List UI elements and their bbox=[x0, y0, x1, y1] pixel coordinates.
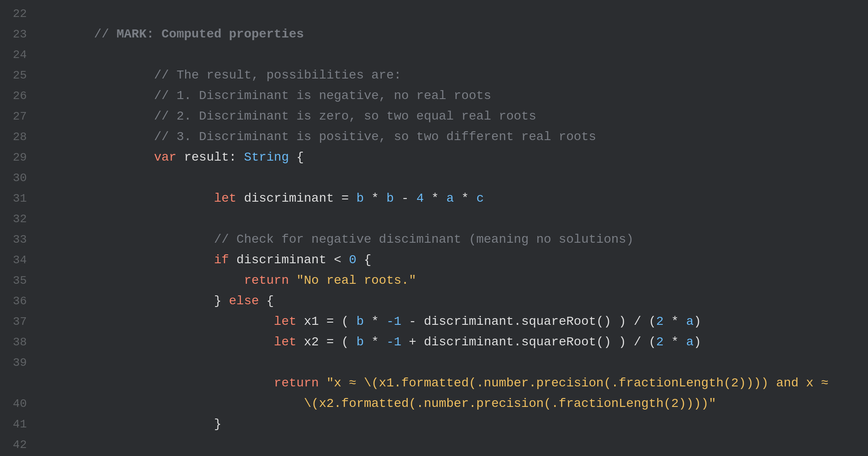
code-line-30: let discriminant = b * b - 4 * a * c bbox=[49, 168, 868, 188]
minus-36: - bbox=[401, 315, 424, 328]
paren-37: ) bbox=[694, 335, 701, 349]
var-b-1: b bbox=[356, 191, 364, 205]
line-num-35: 35 bbox=[0, 270, 27, 291]
line-num-37: 37 bbox=[0, 311, 27, 332]
code-line-32: // Check for negative disciminant (meani… bbox=[49, 209, 868, 229]
method-36: .squareRoot() ) / ( bbox=[514, 315, 656, 328]
indent-35 bbox=[94, 294, 214, 308]
comment-25: // 1. Discriminant is negative, no real … bbox=[154, 89, 491, 103]
comment-mark: // MARK: Computed properties bbox=[94, 27, 304, 41]
line-num-22: 22 bbox=[0, 4, 27, 24]
line-num-28: 28 bbox=[0, 127, 27, 147]
num-4: 4 bbox=[416, 191, 424, 205]
num-neg1-36: -1 bbox=[386, 315, 401, 328]
eq-37: = ( bbox=[319, 335, 356, 349]
kw-return-34: return bbox=[244, 274, 297, 287]
op-mul-2: * bbox=[424, 191, 446, 205]
code-line-24: // The result, possibilities are: bbox=[49, 45, 868, 65]
close-brace-35: } bbox=[214, 294, 229, 308]
indent-26 bbox=[94, 109, 154, 123]
line-num-30: 30 bbox=[0, 168, 27, 188]
line-num-25: 25 bbox=[0, 65, 27, 86]
code-editor: 22 23 24 25 26 27 28 29 30 31 32 33 34 3… bbox=[0, 0, 868, 456]
indent-30 bbox=[94, 191, 214, 205]
line-num-42: 42 bbox=[0, 435, 27, 455]
ident-result: result bbox=[184, 150, 229, 164]
ident-disc-37: discriminant bbox=[424, 335, 514, 349]
kw-return-39: return bbox=[274, 376, 327, 390]
string-39b: \(x2.formatted(.number.precision(.fracti… bbox=[304, 397, 716, 410]
mul-36: * bbox=[364, 315, 386, 328]
line-num-24: 24 bbox=[0, 45, 27, 65]
mul-37: * bbox=[364, 335, 386, 349]
op-mul-1: * bbox=[364, 191, 386, 205]
paren-36: ) bbox=[694, 315, 701, 328]
line-numbers: 22 23 24 25 26 27 28 29 30 31 32 33 34 3… bbox=[0, 0, 36, 456]
comment-26: // 2. Discriminant is zero, so two equal… bbox=[154, 109, 536, 123]
code-line-42: } bbox=[49, 435, 868, 455]
open-brace-35: { bbox=[259, 294, 274, 308]
method-37: .squareRoot() ) / ( bbox=[514, 335, 656, 349]
var-a-37: a bbox=[686, 335, 694, 349]
line-num-33: 33 bbox=[0, 229, 27, 250]
kw-let-37: let bbox=[274, 335, 304, 349]
ident-discriminant-30: discriminant bbox=[244, 191, 334, 205]
indent-32 bbox=[94, 232, 214, 246]
line-num-26: 26 bbox=[0, 86, 27, 106]
line-num-41: 41 bbox=[0, 414, 27, 435]
brace-28: { bbox=[289, 150, 304, 164]
indent-36 bbox=[94, 315, 274, 328]
brace-33: { bbox=[356, 253, 372, 267]
var-a: a bbox=[446, 191, 454, 205]
kw-if: if bbox=[214, 253, 236, 267]
var-b-36: b bbox=[356, 315, 364, 328]
comment-24: // The result, possibilities are: bbox=[154, 68, 401, 82]
line-num-39b bbox=[0, 373, 27, 394]
colon-28: : bbox=[229, 150, 244, 164]
num-2-36: 2 bbox=[656, 315, 664, 328]
code-content: // MARK: Computed properties // The resu… bbox=[36, 0, 868, 456]
op-mul-3: * bbox=[454, 191, 476, 205]
comment-27: // 3. Discriminant is positive, so two d… bbox=[154, 130, 596, 144]
var-c: c bbox=[476, 191, 484, 205]
code-line-22: // MARK: Computed properties bbox=[49, 4, 868, 24]
num-neg1-37: -1 bbox=[386, 335, 401, 349]
indent-25 bbox=[94, 89, 154, 103]
string-no-real: "No real roots." bbox=[297, 274, 417, 287]
plus-37: + bbox=[401, 335, 424, 349]
line-num-27: 27 bbox=[0, 106, 27, 127]
line-num-34: 34 bbox=[0, 250, 27, 270]
line-num-36: 36 bbox=[0, 291, 27, 311]
indent-28 bbox=[94, 150, 154, 164]
ident-discriminant-33: discriminant bbox=[236, 253, 327, 267]
indent-33 bbox=[94, 253, 214, 267]
kw-let-36: let bbox=[274, 315, 304, 328]
eq-36: = ( bbox=[319, 315, 356, 328]
indent-37 bbox=[94, 335, 274, 349]
line-num-40: 40 bbox=[0, 394, 27, 414]
kw-let-30: let bbox=[214, 191, 244, 205]
type-string: String bbox=[244, 150, 289, 164]
ident-x1: x1 bbox=[304, 315, 319, 328]
comment-32: // Check for negative disciminant (meani… bbox=[214, 232, 634, 246]
op-minus: - bbox=[394, 191, 416, 205]
kw-else: else bbox=[229, 294, 259, 308]
var-b-2: b bbox=[386, 191, 394, 205]
indent-34 bbox=[94, 274, 244, 287]
string-39: "x ≈ \(x1.formatted(.number.precision(.f… bbox=[327, 376, 829, 390]
mul2-36: * bbox=[664, 315, 686, 328]
num-0: 0 bbox=[349, 253, 356, 267]
indent-27 bbox=[94, 130, 154, 144]
var-b-37: b bbox=[356, 335, 364, 349]
line-num-31: 31 bbox=[0, 188, 27, 209]
code-line-39: return "x ≈ \(x1.formatted(.number.preci… bbox=[49, 352, 868, 373]
indent-24 bbox=[94, 68, 154, 82]
line-num-23: 23 bbox=[0, 24, 27, 45]
line-num-38: 38 bbox=[0, 332, 27, 352]
mul2-37: * bbox=[664, 335, 686, 349]
line-num-39: 39 bbox=[0, 352, 27, 373]
ident-disc-36: discriminant bbox=[424, 315, 514, 328]
lt-33: < bbox=[327, 253, 349, 267]
indent-39 bbox=[94, 376, 274, 390]
indent-40 bbox=[94, 417, 214, 431]
